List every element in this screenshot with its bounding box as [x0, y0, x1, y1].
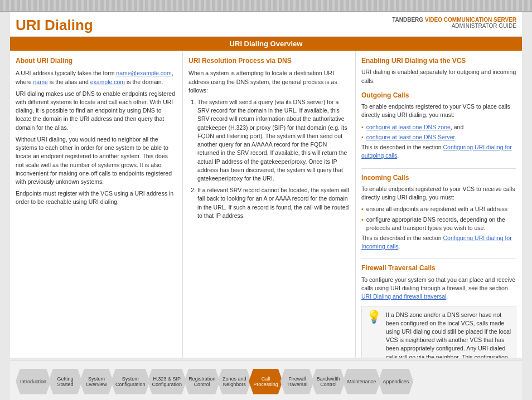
step-1: The system will send a query (via its DN… — [197, 98, 350, 183]
left-heading: About URI Dialing — [16, 56, 177, 66]
brand-product: VIDEO COMMUNICATION SERVER — [425, 17, 516, 23]
outgoing-bullet-1-text: configure at least one DNS zone, and — [366, 123, 464, 131]
incoming-calls-section: Incoming Calls To enable endpoints regis… — [361, 173, 516, 260]
tab-system-overview[interactable]: SystemOverview — [80, 369, 113, 394]
tab-system-configuration[interactable]: SystemConfiguration — [111, 369, 150, 394]
outgoing-bullet-2-text: configure at least one DNS Server. — [366, 133, 457, 142]
incoming-bullet-2-text: configure appropriate DNS records, depen… — [366, 216, 516, 232]
firewall-text: To configure your system so that you can… — [361, 276, 516, 301]
left-column: About URI Dialing A URI address typicall… — [10, 51, 183, 358]
page-title: URI Dialing — [16, 17, 93, 34]
tab-maintenance[interactable]: Maintenance — [343, 369, 381, 394]
outgoing-bullet-2: • configure at least one DNS Server. — [361, 133, 516, 142]
incoming-bullet-1-text: ensure all endpoints are registered with… — [366, 205, 507, 213]
tab-call-processing[interactable]: CallProcessing — [249, 369, 283, 394]
mid-intro: When a system is attempting to locate a … — [188, 69, 350, 95]
bullet-dot-4: • — [361, 216, 364, 224]
right-top-text: URI dialing is enabled separately for ou… — [361, 68, 516, 85]
mid-column: URI Resolution Process via DNS When a sy… — [183, 51, 356, 358]
left-para-3: Without URI dialing, you would need to n… — [16, 135, 177, 186]
firewall-heading: Firewall Traversal Calls — [361, 264, 516, 273]
incoming-bullet-1: • ensure all endpoints are registered wi… — [361, 205, 516, 213]
tab-bandwidth-control[interactable]: BandwidthControl — [312, 369, 345, 394]
domain-link[interactable]: example.com — [90, 79, 125, 85]
tab-zones-neighbors[interactable]: Zones andNeighbors — [217, 369, 251, 394]
step-2: If a relevant SRV record cannot be locat… — [197, 186, 350, 220]
incoming-link[interactable]: Configuring URI dialing for Incoming cal… — [361, 235, 512, 250]
right-main-heading: Enabling URI Dialing via the VCS — [361, 56, 516, 66]
note-text: If a DNS zone and/or a DNS server have n… — [386, 311, 511, 358]
left-para-2: URI dialing makes use of DNS to enable e… — [16, 90, 177, 132]
tab-getting-started[interactable]: GettingStarted — [49, 369, 82, 394]
outgoing-intro: To enable endpoints registered to your V… — [361, 103, 516, 119]
left-para-4: Endpoints must register with the VCS usi… — [16, 189, 177, 206]
outgoing-calls-section: Outgoing Calls To enable endpoints regis… — [361, 91, 516, 169]
incoming-outro: This is described in the section Configu… — [361, 234, 516, 251]
outgoing-heading: Outgoing Calls — [361, 91, 516, 100]
outgoing-bullet-1: • configure at least one DNS zone, and — [361, 123, 516, 131]
incoming-bullet-2: • configure appropriate DNS records, dep… — [361, 216, 516, 232]
right-column: Enabling URI Dialing via the VCS URI dia… — [356, 51, 522, 358]
brand-name: TANDBERG — [392, 17, 423, 23]
tab-h323-sip[interactable]: H.323 & SIPConfiguration — [148, 369, 187, 394]
firewall-section: Firewall Traversal Calls To configure yo… — [361, 264, 516, 301]
bullet-dot-2: • — [361, 133, 364, 142]
outgoing-link[interactable]: Configuring URI dialing for outgoing cal… — [361, 144, 512, 159]
top-decorative-bar — [0, 0, 532, 12]
content-area: About URI Dialing A URI address typicall… — [10, 51, 522, 358]
tab-firewall-traversal[interactable]: FirewallTraversal — [280, 369, 314, 394]
firewall-link[interactable]: URI Dialing and firewall traversal — [361, 293, 446, 300]
admin-guide-label: ADMINISTRATOR GUIDE — [392, 23, 516, 29]
bullet-dot: • — [361, 123, 364, 131]
tab-introduction[interactable]: Introduction — [16, 369, 51, 394]
incoming-intro: To enable endpoints registered to your V… — [361, 185, 516, 202]
header-brand: TANDBERG VIDEO COMMUNICATION SERVER ADMI… — [392, 17, 516, 29]
lightbulb-icon: 💡 — [366, 311, 381, 323]
left-para-1: A URI address typically takes the form n… — [16, 69, 177, 86]
outgoing-outro: This is described in the section Configu… — [361, 143, 516, 160]
note-box: 💡 If a DNS zone and/or a DNS server have… — [361, 306, 516, 358]
incoming-heading: Incoming Calls — [361, 173, 516, 183]
page-header: URI Dialing TANDBERG VIDEO COMMUNICATION… — [10, 12, 522, 37]
tab-registration-control[interactable]: RegistrationControl — [184, 369, 220, 394]
bottom-navigation: Introduction GettingStarted SystemOvervi… — [10, 360, 522, 400]
steps-list: The system will send a query (via its DN… — [188, 98, 350, 220]
uri-example-link[interactable]: name@example.com — [116, 70, 171, 76]
bullet-dot-3: • — [361, 205, 364, 213]
section-title-bar: URI Dialing Overview — [10, 37, 522, 51]
mid-heading: URI Resolution Process via DNS — [188, 56, 350, 66]
right-top-section: Enabling URI Dialing via the VCS URI dia… — [361, 56, 516, 85]
nav-tabs-container: Introduction GettingStarted SystemOvervi… — [16, 369, 516, 394]
name-link[interactable]: name — [33, 79, 48, 85]
tab-appendices[interactable]: Appendices — [378, 369, 413, 394]
